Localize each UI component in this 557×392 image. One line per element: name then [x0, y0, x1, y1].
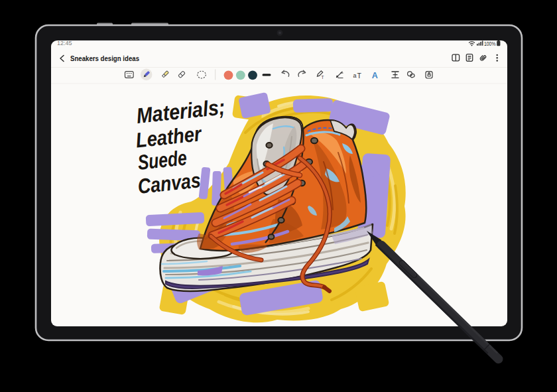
svg-text:100%: 100%: [484, 40, 496, 47]
svg-text:a: a: [353, 72, 357, 79]
svg-text:A: A: [372, 71, 378, 80]
svg-text:Sneakers design ideas: Sneakers design ideas: [70, 54, 139, 62]
svg-text:T: T: [322, 75, 324, 80]
svg-text:12:45: 12:45: [57, 40, 72, 46]
svg-text:T: T: [357, 72, 362, 80]
